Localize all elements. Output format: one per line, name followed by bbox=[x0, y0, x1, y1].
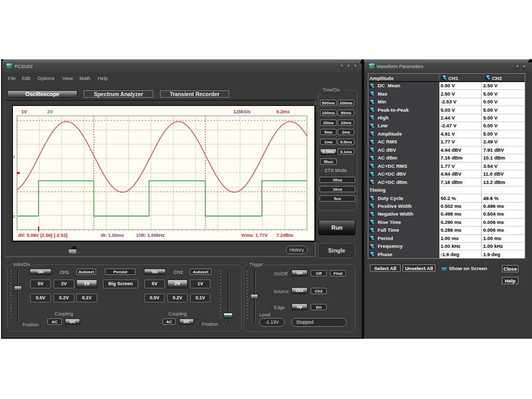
svg-text:7.2dBm: 7.2dBm bbox=[276, 233, 294, 238]
svg-text:2V: 2V bbox=[47, 109, 53, 114]
svg-text:125kS/s: 125kS/s bbox=[233, 109, 251, 114]
svg-text:1/dt: 1.00kHz: 1/dt: 1.00kHz bbox=[136, 233, 165, 238]
svg-text:dV: 5.09V (2.56) (-2.53): dV: 5.09V (2.56) (-2.53) bbox=[18, 233, 68, 238]
svg-text:0.2ms: 0.2ms bbox=[276, 109, 290, 114]
svg-text:1: 1 bbox=[13, 155, 15, 158]
svg-text:1V: 1V bbox=[21, 109, 27, 114]
svg-text:Vrms: 1.77V: Vrms: 1.77V bbox=[241, 233, 268, 238]
svg-text:dt: 1.00ms: dt: 1.00ms bbox=[101, 233, 124, 238]
svg-text:2: 2 bbox=[13, 215, 15, 218]
